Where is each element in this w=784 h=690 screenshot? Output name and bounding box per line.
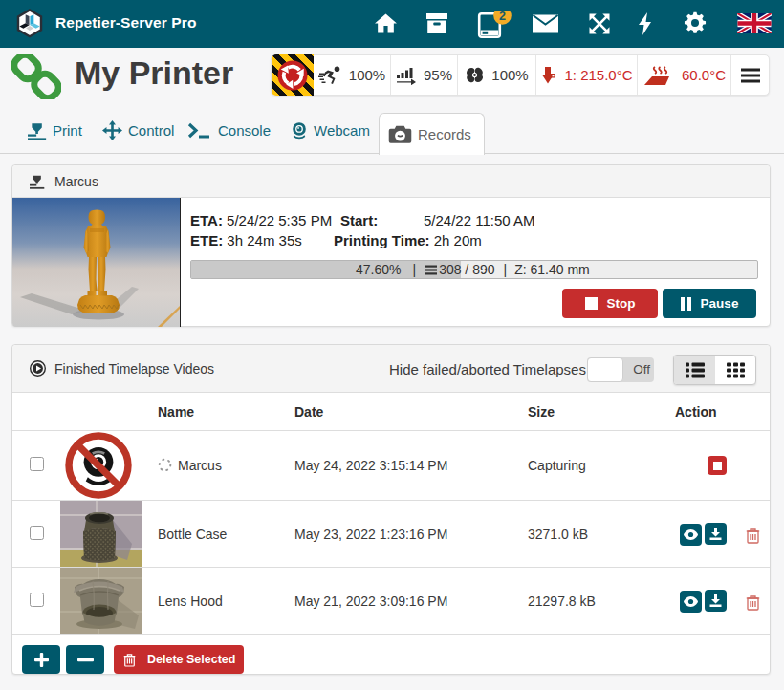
svg-text:2: 2 (499, 11, 506, 23)
